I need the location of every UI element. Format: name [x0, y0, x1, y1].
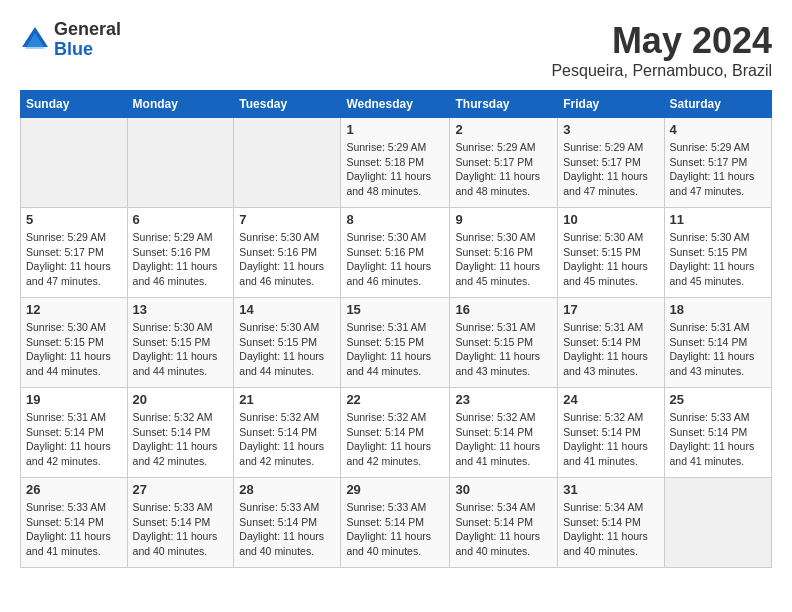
- logo-general: General: [54, 20, 121, 40]
- day-cell: 10Sunrise: 5:30 AM Sunset: 5:15 PM Dayli…: [558, 208, 664, 298]
- day-number: 5: [26, 212, 122, 227]
- logo-icon: [20, 25, 50, 55]
- day-number: 26: [26, 482, 122, 497]
- day-number: 2: [455, 122, 552, 137]
- day-info: Sunrise: 5:32 AM Sunset: 5:14 PM Dayligh…: [239, 410, 335, 469]
- day-number: 19: [26, 392, 122, 407]
- day-cell: 24Sunrise: 5:32 AM Sunset: 5:14 PM Dayli…: [558, 388, 664, 478]
- day-info: Sunrise: 5:32 AM Sunset: 5:14 PM Dayligh…: [133, 410, 229, 469]
- day-cell: 7Sunrise: 5:30 AM Sunset: 5:16 PM Daylig…: [234, 208, 341, 298]
- day-cell: 13Sunrise: 5:30 AM Sunset: 5:15 PM Dayli…: [127, 298, 234, 388]
- day-cell: 12Sunrise: 5:30 AM Sunset: 5:15 PM Dayli…: [21, 298, 128, 388]
- day-number: 24: [563, 392, 658, 407]
- day-cell: 19Sunrise: 5:31 AM Sunset: 5:14 PM Dayli…: [21, 388, 128, 478]
- day-cell: 3Sunrise: 5:29 AM Sunset: 5:17 PM Daylig…: [558, 118, 664, 208]
- day-info: Sunrise: 5:29 AM Sunset: 5:17 PM Dayligh…: [26, 230, 122, 289]
- day-cell: 27Sunrise: 5:33 AM Sunset: 5:14 PM Dayli…: [127, 478, 234, 568]
- day-cell: 14Sunrise: 5:30 AM Sunset: 5:15 PM Dayli…: [234, 298, 341, 388]
- day-cell: 8Sunrise: 5:30 AM Sunset: 5:16 PM Daylig…: [341, 208, 450, 298]
- logo-text: General Blue: [54, 20, 121, 60]
- day-info: Sunrise: 5:29 AM Sunset: 5:17 PM Dayligh…: [670, 140, 767, 199]
- day-cell: 9Sunrise: 5:30 AM Sunset: 5:16 PM Daylig…: [450, 208, 558, 298]
- day-number: 25: [670, 392, 767, 407]
- day-cell: 21Sunrise: 5:32 AM Sunset: 5:14 PM Dayli…: [234, 388, 341, 478]
- header-friday: Friday: [558, 91, 664, 118]
- day-number: 13: [133, 302, 229, 317]
- day-info: Sunrise: 5:30 AM Sunset: 5:15 PM Dayligh…: [563, 230, 658, 289]
- day-info: Sunrise: 5:30 AM Sunset: 5:15 PM Dayligh…: [26, 320, 122, 379]
- day-number: 23: [455, 392, 552, 407]
- day-number: 12: [26, 302, 122, 317]
- week-row-4: 19Sunrise: 5:31 AM Sunset: 5:14 PM Dayli…: [21, 388, 772, 478]
- day-number: 15: [346, 302, 444, 317]
- day-info: Sunrise: 5:29 AM Sunset: 5:18 PM Dayligh…: [346, 140, 444, 199]
- day-cell: [664, 478, 772, 568]
- header-saturday: Saturday: [664, 91, 772, 118]
- day-number: 21: [239, 392, 335, 407]
- day-info: Sunrise: 5:30 AM Sunset: 5:16 PM Dayligh…: [239, 230, 335, 289]
- header-monday: Monday: [127, 91, 234, 118]
- day-info: Sunrise: 5:32 AM Sunset: 5:14 PM Dayligh…: [346, 410, 444, 469]
- day-number: 3: [563, 122, 658, 137]
- day-info: Sunrise: 5:33 AM Sunset: 5:14 PM Dayligh…: [346, 500, 444, 559]
- day-cell: 18Sunrise: 5:31 AM Sunset: 5:14 PM Dayli…: [664, 298, 772, 388]
- day-cell: 1Sunrise: 5:29 AM Sunset: 5:18 PM Daylig…: [341, 118, 450, 208]
- week-row-1: 1Sunrise: 5:29 AM Sunset: 5:18 PM Daylig…: [21, 118, 772, 208]
- day-number: 9: [455, 212, 552, 227]
- day-number: 16: [455, 302, 552, 317]
- week-row-2: 5Sunrise: 5:29 AM Sunset: 5:17 PM Daylig…: [21, 208, 772, 298]
- day-info: Sunrise: 5:32 AM Sunset: 5:14 PM Dayligh…: [455, 410, 552, 469]
- day-cell: 25Sunrise: 5:33 AM Sunset: 5:14 PM Dayli…: [664, 388, 772, 478]
- day-number: 1: [346, 122, 444, 137]
- calendar-table: SundayMondayTuesdayWednesdayThursdayFrid…: [20, 90, 772, 568]
- day-info: Sunrise: 5:29 AM Sunset: 5:17 PM Dayligh…: [563, 140, 658, 199]
- header-thursday: Thursday: [450, 91, 558, 118]
- day-cell: 11Sunrise: 5:30 AM Sunset: 5:15 PM Dayli…: [664, 208, 772, 298]
- day-info: Sunrise: 5:34 AM Sunset: 5:14 PM Dayligh…: [563, 500, 658, 559]
- day-info: Sunrise: 5:33 AM Sunset: 5:14 PM Dayligh…: [133, 500, 229, 559]
- logo-blue: Blue: [54, 40, 121, 60]
- day-cell: 2Sunrise: 5:29 AM Sunset: 5:17 PM Daylig…: [450, 118, 558, 208]
- day-number: 31: [563, 482, 658, 497]
- day-number: 6: [133, 212, 229, 227]
- day-info: Sunrise: 5:30 AM Sunset: 5:15 PM Dayligh…: [239, 320, 335, 379]
- day-info: Sunrise: 5:31 AM Sunset: 5:14 PM Dayligh…: [670, 320, 767, 379]
- day-number: 17: [563, 302, 658, 317]
- day-info: Sunrise: 5:34 AM Sunset: 5:14 PM Dayligh…: [455, 500, 552, 559]
- day-cell: 16Sunrise: 5:31 AM Sunset: 5:15 PM Dayli…: [450, 298, 558, 388]
- day-cell: 31Sunrise: 5:34 AM Sunset: 5:14 PM Dayli…: [558, 478, 664, 568]
- day-info: Sunrise: 5:30 AM Sunset: 5:16 PM Dayligh…: [455, 230, 552, 289]
- day-info: Sunrise: 5:29 AM Sunset: 5:16 PM Dayligh…: [133, 230, 229, 289]
- header-tuesday: Tuesday: [234, 91, 341, 118]
- day-cell: 6Sunrise: 5:29 AM Sunset: 5:16 PM Daylig…: [127, 208, 234, 298]
- day-info: Sunrise: 5:31 AM Sunset: 5:15 PM Dayligh…: [455, 320, 552, 379]
- title-area: May 2024 Pesqueira, Pernambuco, Brazil: [551, 20, 772, 80]
- day-number: 27: [133, 482, 229, 497]
- day-number: 28: [239, 482, 335, 497]
- day-cell: 26Sunrise: 5:33 AM Sunset: 5:14 PM Dayli…: [21, 478, 128, 568]
- day-number: 18: [670, 302, 767, 317]
- day-number: 22: [346, 392, 444, 407]
- day-number: 29: [346, 482, 444, 497]
- day-number: 11: [670, 212, 767, 227]
- header-wednesday: Wednesday: [341, 91, 450, 118]
- header-sunday: Sunday: [21, 91, 128, 118]
- day-cell: 23Sunrise: 5:32 AM Sunset: 5:14 PM Dayli…: [450, 388, 558, 478]
- day-info: Sunrise: 5:31 AM Sunset: 5:14 PM Dayligh…: [563, 320, 658, 379]
- day-cell: 20Sunrise: 5:32 AM Sunset: 5:14 PM Dayli…: [127, 388, 234, 478]
- day-number: 10: [563, 212, 658, 227]
- day-cell: [21, 118, 128, 208]
- week-row-5: 26Sunrise: 5:33 AM Sunset: 5:14 PM Dayli…: [21, 478, 772, 568]
- day-number: 4: [670, 122, 767, 137]
- day-info: Sunrise: 5:31 AM Sunset: 5:14 PM Dayligh…: [26, 410, 122, 469]
- day-info: Sunrise: 5:29 AM Sunset: 5:17 PM Dayligh…: [455, 140, 552, 199]
- header-row: SundayMondayTuesdayWednesdayThursdayFrid…: [21, 91, 772, 118]
- day-cell: [234, 118, 341, 208]
- day-cell: 30Sunrise: 5:34 AM Sunset: 5:14 PM Dayli…: [450, 478, 558, 568]
- day-number: 30: [455, 482, 552, 497]
- day-number: 7: [239, 212, 335, 227]
- day-number: 14: [239, 302, 335, 317]
- location: Pesqueira, Pernambuco, Brazil: [551, 62, 772, 80]
- day-info: Sunrise: 5:30 AM Sunset: 5:15 PM Dayligh…: [133, 320, 229, 379]
- month-title: May 2024: [551, 20, 772, 62]
